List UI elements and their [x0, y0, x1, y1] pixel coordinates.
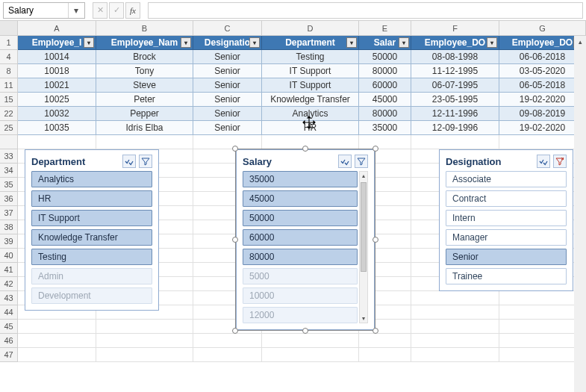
cell[interactable]: [411, 305, 499, 320]
table-header-cell[interactable]: Designatio▾: [193, 36, 262, 50]
cell[interactable]: [262, 348, 359, 362]
cell[interactable]: Senior: [193, 93, 262, 107]
cell[interactable]: 60000: [359, 78, 411, 93]
cell[interactable]: 10032: [18, 107, 96, 121]
cell[interactable]: Brock: [96, 50, 193, 64]
cell[interactable]: 19-02-2020: [499, 121, 586, 135]
slicer-item[interactable]: 50000: [243, 210, 358, 226]
cell[interactable]: [499, 348, 586, 362]
formula-confirm-button[interactable]: ✓: [109, 2, 124, 19]
cell[interactable]: Senior: [193, 78, 262, 93]
cell[interactable]: Pepper: [96, 107, 193, 121]
row-header[interactable]: 34: [0, 164, 18, 178]
col-header[interactable]: A: [18, 21, 96, 35]
cell[interactable]: 06-06-2018: [499, 50, 586, 64]
row-header[interactable]: 33: [0, 149, 18, 164]
cell[interactable]: Idris Elba: [96, 121, 193, 135]
formula-cancel-button[interactable]: ✕: [93, 2, 107, 19]
slicer-item[interactable]: 45000: [243, 190, 358, 207]
cell[interactable]: Senior: [193, 64, 262, 78]
multi-select-button[interactable]: [537, 155, 550, 168]
cell[interactable]: 12-11-1996: [411, 107, 499, 121]
row-header[interactable]: [0, 135, 18, 149]
cell[interactable]: [499, 291, 586, 305]
cell[interactable]: Senior: [193, 121, 262, 135]
table-header-cell[interactable]: Employee_I▾: [18, 36, 96, 50]
table-header-cell[interactable]: Department▾: [262, 36, 359, 50]
clear-filter-button[interactable]: [553, 155, 567, 168]
cell[interactable]: [262, 334, 359, 348]
cell[interactable]: Knowledge Transfer: [262, 93, 359, 107]
slicer-item[interactable]: 35000: [243, 171, 358, 187]
filter-dropdown-icon[interactable]: ▾: [346, 37, 357, 48]
slicer-item[interactable]: Trainee: [446, 268, 567, 284]
cell[interactable]: [499, 305, 586, 320]
slicer-item[interactable]: 12000: [243, 307, 358, 323]
cell[interactable]: IT Support: [262, 64, 359, 78]
row-header[interactable]: 37: [0, 206, 18, 220]
table-header-cell[interactable]: Salar▾: [359, 36, 411, 50]
slicer-scrollbar[interactable]: ▴ ▾: [359, 171, 368, 323]
cell[interactable]: 10018: [18, 64, 96, 78]
select-all-cell[interactable]: [0, 21, 18, 35]
col-header[interactable]: E: [359, 21, 411, 35]
row-header[interactable]: 47: [0, 348, 18, 362]
cell[interactable]: [193, 334, 262, 348]
cell[interactable]: [18, 348, 96, 362]
cell[interactable]: [96, 135, 193, 149]
filter-dropdown-icon[interactable]: ▾: [84, 37, 94, 48]
clear-filter-button[interactable]: [355, 155, 368, 168]
cell[interactable]: 35000: [359, 121, 411, 135]
slicer-item[interactable]: Testing: [31, 249, 152, 265]
multi-select-button[interactable]: [122, 155, 136, 168]
row-header[interactable]: 1: [0, 36, 18, 50]
worksheet-grid[interactable]: 1Employee_I▾Employee_Nam▾Designatio▾Depa…: [0, 36, 586, 392]
cell[interactable]: 19-02-2020: [499, 93, 586, 107]
slicer-designation[interactable]: Designation AssociateContractInternManag…: [439, 149, 573, 291]
row-header[interactable]: 40: [0, 249, 18, 263]
scroll-thumb[interactable]: [361, 182, 367, 272]
row-header[interactable]: 22: [0, 107, 18, 121]
cell[interactable]: Testing: [262, 50, 359, 64]
cell[interactable]: Analytics: [262, 107, 359, 121]
row-header[interactable]: 36: [0, 192, 18, 206]
cell[interactable]: 50000: [359, 50, 411, 64]
slicer-item[interactable]: 10000: [243, 287, 358, 304]
filter-dropdown-icon[interactable]: ▾: [181, 37, 191, 48]
slicer-item[interactable]: Development: [31, 287, 152, 304]
cell[interactable]: Tony: [96, 64, 193, 78]
row-header[interactable]: 39: [0, 234, 18, 249]
cell[interactable]: 23-05-1995: [411, 93, 499, 107]
cell[interactable]: [359, 348, 411, 362]
row-header[interactable]: 11: [0, 78, 18, 93]
cell[interactable]: [262, 135, 359, 149]
cell[interactable]: Senior: [193, 50, 262, 64]
cell[interactable]: Steve: [96, 78, 193, 93]
cell[interactable]: [411, 348, 499, 362]
filter-dropdown-icon[interactable]: ▾: [399, 37, 409, 48]
cell[interactable]: [96, 348, 193, 362]
slicer-item[interactable]: Manager: [446, 229, 567, 246]
cell[interactable]: [499, 135, 586, 149]
name-box[interactable]: ▾: [3, 2, 85, 19]
cell[interactable]: 45000: [359, 93, 411, 107]
col-header[interactable]: D: [262, 21, 359, 35]
insert-function-button[interactable]: fx: [125, 2, 140, 19]
cell[interactable]: 10021: [18, 78, 96, 93]
cell[interactable]: [193, 135, 262, 149]
row-header[interactable]: 8: [0, 64, 18, 78]
row-header[interactable]: 42: [0, 277, 18, 291]
slicer-department[interactable]: Department AnalyticsHRIT SupportKnowledg…: [25, 149, 159, 311]
cell[interactable]: 08-08-1998: [411, 50, 499, 64]
clear-filter-button[interactable]: [139, 155, 152, 168]
cell[interactable]: [411, 135, 499, 149]
cell[interactable]: [411, 334, 499, 348]
sheet-vertical-scrollbar[interactable]: ▴: [574, 36, 586, 392]
col-header[interactable]: B: [96, 21, 193, 35]
cell[interactable]: [18, 135, 96, 149]
row-header[interactable]: 44: [0, 305, 18, 320]
cell[interactable]: 06-07-1995: [411, 78, 499, 93]
row-header[interactable]: 35: [0, 178, 18, 192]
col-header[interactable]: G: [499, 21, 586, 35]
cell[interactable]: [18, 320, 96, 334]
